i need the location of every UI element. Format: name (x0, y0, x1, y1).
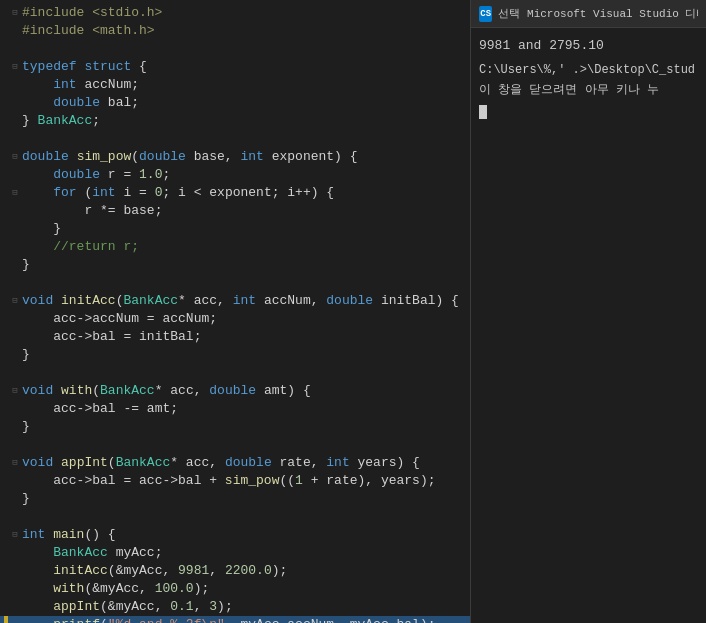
code-line: with(&myAcc, 100.0); (0, 580, 470, 598)
code-line: ⊟ for (int i = 0; i < exponent; i++) { (0, 184, 470, 202)
token-op: accNum; (77, 76, 139, 94)
line-content: void with(BankAcc* acc, double amt) { (22, 382, 470, 400)
console-output: 9981 and 2795.10 C:\Users\%,' .>\Desktop… (471, 28, 706, 623)
token-kw: int (233, 292, 256, 310)
token-func: sim_pow (77, 148, 132, 166)
token-op (77, 58, 85, 76)
token-op: } (53, 220, 61, 238)
console-path: C:\Users\%,' .>\Desktop\C_stud (479, 60, 698, 80)
token-op: initBal) { (373, 292, 459, 310)
token-func: with (61, 382, 92, 400)
line-content: printf("%d and %.2f\n", myAcc.accNum, my… (22, 616, 470, 623)
code-line: } (0, 346, 470, 364)
code-line: //return r; (0, 238, 470, 256)
token-kw: int (240, 148, 263, 166)
fold-indicator[interactable]: ⊟ (8, 58, 22, 76)
code-lines: ⊟#include <stdio.h>#include <math.h>⊟typ… (0, 0, 470, 623)
code-line: r *= base; (0, 202, 470, 220)
token-num: 9981 (178, 562, 209, 580)
line-content: appInt(&myAcc, 0.1, 3); (22, 598, 470, 616)
token-op: ( (108, 454, 116, 472)
code-editor[interactable]: ⊟#include <stdio.h>#include <math.h>⊟typ… (0, 0, 470, 623)
token-op: { (131, 58, 147, 76)
token-op (53, 382, 61, 400)
line-content: #include <math.h> (22, 22, 470, 40)
token-op: ); (217, 598, 233, 616)
token-kw: for (53, 184, 76, 202)
token-kw: void (22, 382, 53, 400)
line-content: double bal; (22, 94, 470, 112)
token-type: BankAcc (53, 544, 108, 562)
token-op: (&myAcc, (100, 598, 170, 616)
token-op (53, 454, 61, 472)
token-op: * acc, (170, 454, 225, 472)
token-type: BankAcc (100, 382, 155, 400)
code-line: BankAcc myAcc; (0, 544, 470, 562)
token-kw: double (53, 94, 100, 112)
token-op (69, 148, 77, 166)
fold-indicator[interactable]: ⊟ (8, 292, 22, 310)
code-line: } (0, 490, 470, 508)
line-content: void initAcc(BankAcc* acc, int accNum, d… (22, 292, 470, 310)
code-line: } (0, 256, 470, 274)
token-op: rate, (272, 454, 327, 472)
token-func: appInt (53, 598, 100, 616)
token-op: r = (100, 166, 139, 184)
line-content: #include <stdio.h> (22, 4, 470, 22)
code-line: #include <math.h> (0, 22, 470, 40)
token-kw: int (22, 526, 45, 544)
console-titlebar: CS 선택 Microsoft Visual Studio 디버그 콘 (471, 0, 706, 28)
fold-indicator[interactable]: ⊟ (8, 526, 22, 544)
line-content: acc->bal = initBal; (22, 328, 470, 346)
token-op: } (22, 112, 38, 130)
console-title: 선택 Microsoft Visual Studio 디버그 콘 (498, 6, 698, 21)
code-line: ⊟void appInt(BankAcc* acc, double rate, … (0, 454, 470, 472)
token-op (45, 526, 53, 544)
line-content: acc->bal -= amt; (22, 400, 470, 418)
token-num: 2200.0 (225, 562, 272, 580)
token-kw: void (22, 292, 53, 310)
token-op: ( (92, 382, 100, 400)
fold-indicator[interactable]: ⊟ (8, 184, 22, 202)
code-line: } (0, 418, 470, 436)
fold-indicator[interactable]: ⊟ (8, 148, 22, 166)
token-op: } (22, 256, 30, 274)
token-func: initAcc (61, 292, 116, 310)
token-func: sim_pow (225, 472, 280, 490)
token-kw: double (225, 454, 272, 472)
token-op: (&myAcc, (84, 580, 154, 598)
token-op: * acc, (155, 382, 210, 400)
token-op: years) { (350, 454, 420, 472)
line-content: } (22, 418, 470, 436)
token-op: acc->bal = acc->bal + (53, 472, 225, 490)
token-op: , (194, 598, 210, 616)
fold-indicator[interactable]: ⊟ (8, 382, 22, 400)
code-line (0, 436, 470, 454)
code-line: printf("%d and %.2f\n", myAcc.accNum, my… (0, 616, 470, 623)
line-content: } (22, 256, 470, 274)
line-content: } BankAcc; (22, 112, 470, 130)
code-line: ⊟typedef struct { (0, 58, 470, 76)
code-line: acc->accNum = accNum; (0, 310, 470, 328)
fold-indicator[interactable]: ⊟ (8, 4, 22, 22)
line-content: acc->accNum = accNum; (22, 310, 470, 328)
token-macro: #include <math.h> (22, 22, 155, 40)
code-line: ⊟double sim_pow(double base, int exponen… (0, 148, 470, 166)
line-content: for (int i = 0; i < exponent; i++) { (22, 184, 470, 202)
token-op: r *= base; (84, 202, 162, 220)
token-str: "%d and %.2f\n" (108, 616, 225, 623)
token-num: 1 (295, 472, 303, 490)
code-line: double bal; (0, 94, 470, 112)
token-kw: struct (84, 58, 131, 76)
token-kw: double (22, 148, 69, 166)
token-kw: int (326, 454, 349, 472)
code-line: double r = 1.0; (0, 166, 470, 184)
code-line: acc->bal = initBal; (0, 328, 470, 346)
line-content: } (22, 346, 470, 364)
token-type: BankAcc (38, 112, 93, 130)
code-line (0, 364, 470, 382)
code-line: initAcc(&myAcc, 9981, 2200.0); (0, 562, 470, 580)
token-kw: double (139, 148, 186, 166)
fold-indicator[interactable]: ⊟ (8, 454, 22, 472)
token-op: (&myAcc, (108, 562, 178, 580)
